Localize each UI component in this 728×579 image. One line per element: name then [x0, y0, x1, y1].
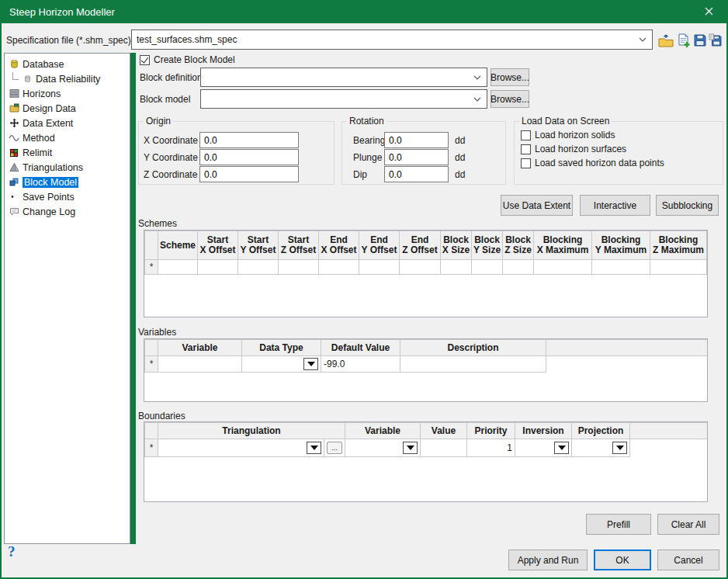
- grid-cell[interactable]: [472, 260, 503, 275]
- close-button[interactable]: [691, 0, 726, 23]
- new-spec-icon[interactable]: [675, 32, 692, 49]
- apply-and-run-button[interactable]: Apply and Run: [508, 550, 588, 570]
- projection-cell[interactable]: [572, 439, 630, 457]
- load-data-group-title: Load Data on Screen: [519, 116, 612, 127]
- description-cell[interactable]: [400, 356, 546, 373]
- grid-cell[interactable]: [279, 260, 319, 275]
- sidebar-item-design-data[interactable]: Design Data: [5, 101, 130, 116]
- dropdown-icon[interactable]: [307, 442, 321, 454]
- sidebar-item-change-log[interactable]: Change Log: [5, 204, 130, 219]
- triangulation-browse-cell[interactable]: ...: [324, 439, 345, 457]
- sidebar-item-horizons[interactable]: Horizons: [5, 86, 130, 101]
- variable-cell[interactable]: [345, 439, 421, 457]
- dropdown-icon[interactable]: [612, 442, 627, 454]
- ellipsis-browse-button[interactable]: ...: [327, 442, 342, 454]
- block-model-icon: [9, 177, 19, 188]
- help-button[interactable]: ?: [8, 543, 16, 560]
- subblocking-button[interactable]: Subblocking: [656, 195, 719, 216]
- load-horizon-surfaces-label: Load horizon surfaces: [535, 144, 626, 154]
- default-value-cell[interactable]: -99.0: [321, 356, 400, 373]
- grid-cell[interactable]: [319, 260, 359, 275]
- column-header: BlockingY Maximum: [592, 231, 650, 260]
- sidebar-item-database[interactable]: Database: [5, 57, 130, 71]
- load-saved-horizon-data-points-row[interactable]: Load saved horizon data points: [521, 156, 664, 170]
- column-header: Default Value: [321, 340, 400, 356]
- cancel-button[interactable]: Cancel: [657, 550, 719, 570]
- column-header: StartY Offset: [238, 231, 279, 260]
- load-horizon-solids-row[interactable]: Load horizon solids: [521, 128, 615, 142]
- dropdown-icon[interactable]: [554, 442, 569, 454]
- value-cell[interactable]: [421, 439, 467, 457]
- prefill-button[interactable]: Prefill: [586, 514, 651, 535]
- open-folder-icon[interactable]: [657, 32, 674, 49]
- sidebar-item-data-extent[interactable]: Data Extent: [5, 116, 130, 130]
- sidebar-item-relimit[interactable]: Relimit: [5, 145, 130, 160]
- dropdown-icon[interactable]: [403, 442, 418, 454]
- triangulations-icon: [9, 162, 19, 173]
- grid-cell[interactable]: [534, 260, 592, 275]
- sidebar-item-label: Triangulations: [23, 162, 83, 173]
- origin-group: Origin X Coordinate Y Coordinate Z Coord…: [138, 121, 335, 185]
- bearing-input[interactable]: [384, 132, 449, 148]
- priority-cell[interactable]: 1: [467, 439, 515, 457]
- z-coordinate-input[interactable]: [199, 166, 299, 182]
- triangulation-cell[interactable]: [158, 439, 324, 457]
- row-marker[interactable]: *: [145, 260, 158, 275]
- row-marker[interactable]: *: [145, 439, 158, 457]
- sidebar-item-method[interactable]: Method: [5, 130, 130, 145]
- create-block-model-checkbox-row[interactable]: Create Block Model: [140, 54, 235, 65]
- block-definition-browse-button[interactable]: Browse...: [491, 68, 529, 86]
- save-as-icon[interactable]: [707, 32, 724, 49]
- checkbox-icon[interactable]: [521, 144, 531, 154]
- corner-cell: [145, 423, 158, 439]
- interactive-button[interactable]: Interactive: [580, 195, 650, 216]
- load-horizon-solids-label: Load horizon solids: [535, 130, 615, 140]
- sidebar-item-data-reliability[interactable]: Data Reliability: [5, 71, 130, 86]
- grid-cell[interactable]: [441, 260, 472, 275]
- database-small-icon: [22, 74, 33, 85]
- load-horizon-surfaces-row[interactable]: Load horizon surfaces: [521, 142, 626, 156]
- sidebar-item-label: Method: [23, 133, 55, 144]
- save-icon[interactable]: [692, 32, 709, 49]
- filler-cell: [630, 439, 708, 457]
- ok-button[interactable]: OK: [594, 550, 651, 570]
- bearing-unit: dd: [455, 135, 465, 146]
- checkbox-icon[interactable]: [521, 158, 531, 168]
- row-marker[interactable]: *: [145, 356, 158, 373]
- x-coordinate-input[interactable]: [199, 132, 299, 148]
- grid-cell[interactable]: [158, 260, 198, 275]
- use-data-extent-label: Use Data Extent: [503, 200, 570, 211]
- variable-cell[interactable]: [158, 356, 242, 373]
- clear-all-button[interactable]: Clear All: [657, 514, 719, 535]
- grid-cell[interactable]: [650, 260, 707, 275]
- dip-input[interactable]: [384, 166, 449, 182]
- block-definition-combobox[interactable]: [200, 68, 487, 87]
- checkbox-checked-icon[interactable]: [140, 55, 150, 65]
- grid-cell[interactable]: [400, 260, 441, 275]
- horizons-icon: [9, 88, 19, 99]
- y-coordinate-input[interactable]: [199, 149, 299, 165]
- plunge-input[interactable]: [384, 149, 449, 165]
- grid-cell[interactable]: [592, 260, 650, 275]
- checkbox-icon[interactable]: [521, 130, 531, 140]
- grid-cell[interactable]: [198, 260, 238, 275]
- relimit-icon: [9, 147, 19, 158]
- grid-cell[interactable]: [238, 260, 279, 275]
- block-model-combobox[interactable]: [200, 89, 487, 109]
- inversion-cell[interactable]: [515, 439, 572, 457]
- prefill-label: Prefill: [607, 519, 630, 530]
- column-header: StartZ Offset: [279, 231, 319, 260]
- grid-cell[interactable]: [359, 260, 400, 275]
- spec-file-combobox[interactable]: test_surfaces.shm_spec: [131, 29, 653, 50]
- sidebar-item-save-points[interactable]: Save Points: [5, 189, 130, 204]
- grid-cell[interactable]: [503, 260, 534, 275]
- data-type-cell[interactable]: [242, 356, 321, 373]
- sidebar-item-label: Change Log: [23, 206, 75, 217]
- dropdown-icon[interactable]: [303, 358, 318, 370]
- sidebar-splitter[interactable]: [130, 53, 136, 544]
- block-model-browse-button[interactable]: Browse...: [491, 90, 529, 108]
- use-data-extent-button[interactable]: Use Data Extent: [501, 195, 573, 216]
- sidebar-item-triangulations[interactable]: Triangulations: [5, 160, 130, 175]
- method-icon: [9, 133, 19, 144]
- sidebar-item-block-model[interactable]: Block Model: [5, 175, 130, 189]
